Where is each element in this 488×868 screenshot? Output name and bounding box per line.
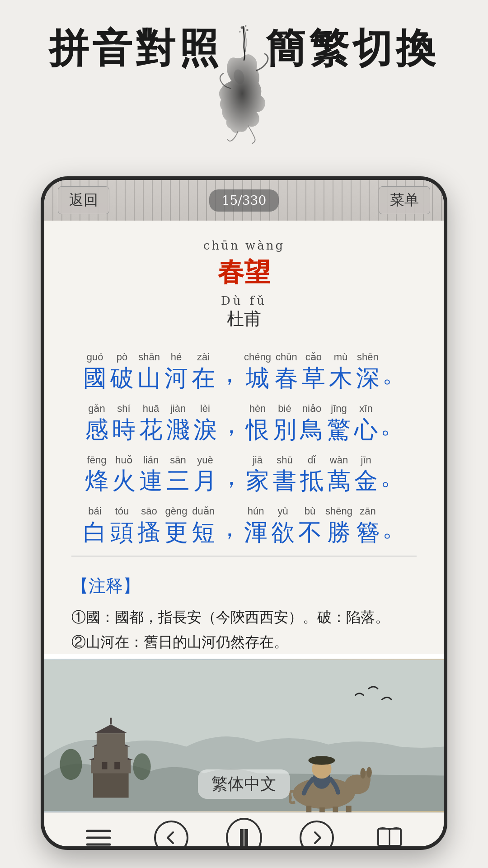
prev-icon xyxy=(154,821,188,850)
svg-point-22 xyxy=(360,768,366,779)
punct-block: ， xyxy=(220,396,243,444)
phone-mockup: 返回 15/330 菜单 chūn wàng 春望 Dù fǔ 杜甫 guó 國… xyxy=(41,176,447,850)
char-block: shí 時 xyxy=(112,402,136,444)
menu-nav-button[interactable] xyxy=(80,820,117,850)
bottom-image-label: 繁体中文 xyxy=(198,769,290,799)
char-block: zān 簪 xyxy=(356,505,380,547)
char-block: xīn 心 xyxy=(354,402,378,444)
bottom-image-area: 繁体中文 xyxy=(44,659,444,812)
char-block: bié 別 xyxy=(273,402,296,444)
char-block: dǐ 抵 xyxy=(300,453,324,495)
char-block: hé 河 xyxy=(164,350,188,392)
page-counter: 15/330 xyxy=(209,189,279,212)
char-block: yuè 月 xyxy=(193,453,217,495)
svg-rect-19 xyxy=(319,807,325,812)
svg-rect-8 xyxy=(94,747,128,762)
punct-block: 。 xyxy=(380,396,404,444)
char-block: niǎo 鳥 xyxy=(300,402,324,444)
char-block: yù 欲 xyxy=(271,505,295,547)
char-block: cǎo 草 xyxy=(302,350,325,392)
svg-rect-9 xyxy=(97,733,125,749)
svg-rect-21 xyxy=(346,806,352,812)
divider xyxy=(71,556,417,557)
author-pinyin: Dù fǔ xyxy=(71,294,417,307)
back-button[interactable]: 返回 xyxy=(58,186,109,214)
next-icon xyxy=(300,821,334,850)
char-block: lián 連 xyxy=(139,453,163,495)
punct-block: 。 xyxy=(382,344,406,393)
annotation-section: 【注释】 ①國：國都，指長安（今陝西西安）。破：陷落。 ②山河在：舊日的山河仍然… xyxy=(44,575,444,654)
char-block: huǒ 火 xyxy=(112,453,136,495)
char-block: chéng 城 xyxy=(244,350,271,392)
poem-line-1: guó 國 pò 破 shān 山 hé 河 zài 在 xyxy=(71,344,417,393)
char-block: shēn 深 xyxy=(356,350,380,392)
char-block: gǎn 感 xyxy=(85,402,108,444)
char-block: zài 在 xyxy=(192,350,215,392)
char-block: fēng 烽 xyxy=(85,453,108,495)
punct-block: ， xyxy=(220,447,243,495)
svg-rect-12 xyxy=(114,762,120,769)
char-block: huā 花 xyxy=(139,402,163,444)
svg-rect-18 xyxy=(306,806,312,812)
char-block: jīn 金 xyxy=(354,453,378,495)
char-block: jīng 驚 xyxy=(327,402,351,444)
char-block: mù 木 xyxy=(329,350,352,392)
char-block: jiā 家 xyxy=(246,453,269,495)
top-bar: 返回 15/330 菜单 xyxy=(44,180,444,221)
svg-rect-20 xyxy=(333,807,338,812)
char-block: hún 渾 xyxy=(244,505,267,547)
menu-button[interactable]: 菜单 xyxy=(379,186,430,214)
punct-block: ， xyxy=(218,498,241,547)
bottom-nav xyxy=(44,812,444,850)
next-button[interactable] xyxy=(299,820,335,850)
char-block: chūn 春 xyxy=(275,350,298,392)
punct-block: 。 xyxy=(380,447,404,495)
content-area: chūn wàng 春望 Dù fǔ 杜甫 guó 國 pò 破 shān 山 xyxy=(44,221,444,575)
char-block: sāo 搔 xyxy=(137,505,161,547)
char-block: gèng 更 xyxy=(164,505,188,547)
library-button[interactable] xyxy=(371,820,408,850)
svg-rect-6 xyxy=(93,771,129,798)
punct-block: 。 xyxy=(382,498,406,547)
annotation-text: ①國：國都，指長安（今陝西西安）。破：陷落。 ②山河在：舊日的山河仍然存在。 xyxy=(71,605,417,654)
prev-button[interactable] xyxy=(153,820,189,850)
poem-line-4: bái 白 tóu 頭 sāo 搔 gèng 更 duǎn 短 xyxy=(71,498,417,547)
char-block: duǎn 短 xyxy=(192,505,215,547)
punct-block: ， xyxy=(218,344,241,393)
menu-icon xyxy=(85,826,112,849)
char-block: shū 書 xyxy=(273,453,296,495)
poem-line-3: fēng 烽 huǒ 火 lián 連 sān 三 yuè 月 xyxy=(71,447,417,495)
svg-point-23 xyxy=(366,767,372,778)
char-block: tóu 頭 xyxy=(110,505,134,547)
svg-rect-11 xyxy=(102,762,108,769)
char-block: jiàn 濺 xyxy=(166,402,190,444)
svg-point-13 xyxy=(60,749,82,780)
book-icon xyxy=(376,825,403,850)
promo-area: 拼音對照 簡繁切換 xyxy=(0,0,488,194)
char-block: lèi 淚 xyxy=(193,402,217,444)
poem-title: 春望 xyxy=(71,255,417,290)
char-block: wàn 萬 xyxy=(327,453,351,495)
pause-icon xyxy=(226,818,262,850)
char-block: guó 國 xyxy=(83,350,107,392)
char-block: bù 不 xyxy=(298,505,322,547)
char-block: shēng 勝 xyxy=(325,505,352,547)
char-block: pò 破 xyxy=(110,350,134,392)
promo-title: 拼音對照 簡繁切換 xyxy=(49,27,439,71)
poem-line-2: gǎn 感 shí 時 huā 花 jiàn 濺 lèi 淚 xyxy=(71,396,417,444)
svg-point-14 xyxy=(133,753,150,780)
author-name: 杜甫 xyxy=(71,307,417,330)
char-block: bái 白 xyxy=(83,505,107,547)
char-block: sān 三 xyxy=(166,453,190,495)
char-block: hèn 恨 xyxy=(246,402,269,444)
poem-lines: guó 國 pò 破 shān 山 hé 河 zài 在 xyxy=(71,344,417,547)
poem-title-pinyin: chūn wàng xyxy=(71,239,417,252)
pause-button[interactable] xyxy=(226,820,262,850)
annotation-title: 【注释】 xyxy=(71,575,417,598)
char-block: shān 山 xyxy=(137,350,161,392)
